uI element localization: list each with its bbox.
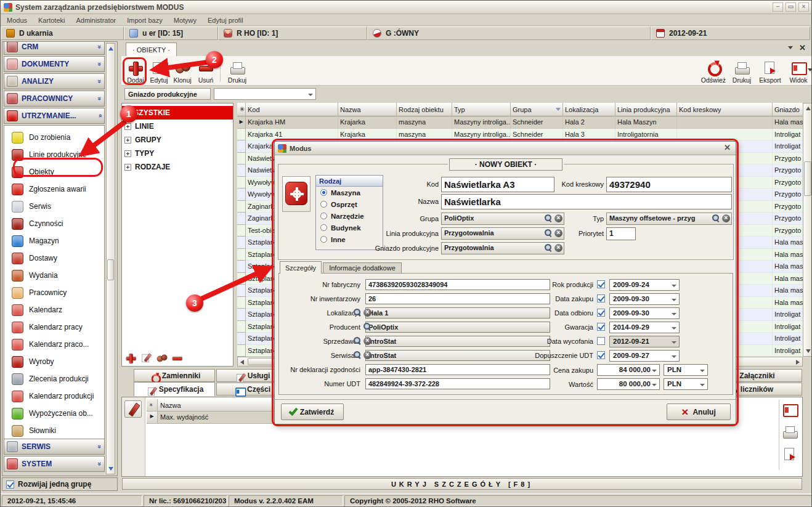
sidebar-item[interactable]: Serwis (4, 198, 104, 215)
toolbar-button[interactable]: Klonuj (171, 57, 194, 84)
zatwierdz-button[interactable]: Zatwierdź (281, 404, 344, 420)
sidebar-item[interactable]: Zlecenia produkcji (4, 370, 104, 387)
table-row[interactable]: Krajarka 41 Krajarka maszyna Maszyny int… (237, 129, 803, 141)
toolbar-button[interactable]: Usuń (194, 57, 217, 84)
sidebar-section-header[interactable]: ANALIZY » (4, 73, 105, 89)
toolbar-button[interactable]: Dodaj (124, 57, 147, 84)
combo-dropdown-icon[interactable] (672, 327, 676, 330)
hide-details-button[interactable]: UKRYJ SZCZEGÓŁY [F8] (122, 478, 802, 490)
tree-item[interactable]: RODZAJE (122, 160, 233, 174)
sidebar-item[interactable]: Obiekty (4, 163, 104, 180)
date-checkbox[interactable] (597, 351, 605, 359)
sidebar-section-header[interactable]: SYSTEM » (4, 456, 105, 472)
sidebar-item[interactable]: Wydania (4, 267, 104, 284)
rodzaj-radio-option[interactable]: Narzędzie (316, 210, 383, 222)
print-icon[interactable] (782, 424, 797, 440)
grid-column-header[interactable]: Linia produkcyjna (615, 103, 677, 116)
menu-item[interactable]: Modus (7, 17, 27, 24)
gniazdo-filter-combo[interactable] (214, 88, 316, 100)
currency-combo[interactable]: PLN (664, 378, 708, 390)
expand-icon[interactable] (124, 164, 131, 171)
rodzaj-radio-option[interactable]: Osprzęt (316, 198, 383, 210)
sidebar-section-header[interactable]: DOKUMENTY » (4, 56, 105, 72)
tab-zamienniki[interactable]: Zamienniki (134, 369, 215, 382)
tree-item[interactable]: GRUPY (122, 133, 233, 147)
scroll-up-icon[interactable] (108, 47, 113, 51)
sidebar-item[interactable]: Pracownicy (4, 284, 104, 301)
menu-item[interactable]: Motywy (174, 17, 197, 24)
edit-spec-button[interactable] (124, 400, 142, 418)
radio-icon[interactable] (320, 189, 327, 196)
currency-combo[interactable]: PLN (664, 364, 708, 376)
sidebar-item[interactable]: Kalendarz produkcji (4, 387, 104, 405)
grid-column-header[interactable]: Typ (452, 103, 511, 116)
close-button[interactable]: × (798, 2, 809, 12)
scroll-down-icon[interactable] (806, 349, 811, 353)
date-checkbox[interactable] (597, 309, 605, 317)
sidebar-item[interactable]: Zgłoszenia awarii (4, 180, 104, 198)
sidebar-section-header[interactable]: UTRZYMANIE... » (4, 108, 105, 124)
combo-dropdown-icon[interactable] (672, 313, 676, 315)
rodzaj-radio-option[interactable]: Maszyna (316, 187, 383, 198)
grid-column-header[interactable]: Rodzaj obiektu (397, 103, 452, 116)
tab-list-dropdown-icon[interactable] (788, 46, 793, 49)
dialog-close-icon[interactable]: ✕ (722, 143, 733, 153)
sidebar-item[interactable]: Kalendarz (4, 301, 104, 318)
sidebar-scrollbar[interactable] (106, 43, 115, 474)
delete-icon[interactable] (172, 352, 179, 359)
sidebar-item[interactable]: Linie produkcyjne (4, 146, 104, 163)
grid-column-header[interactable]: Lokalizacja (563, 103, 615, 116)
sidebar-item[interactable]: Wypożyczenia ob... (4, 405, 104, 422)
date-checkbox[interactable] (597, 323, 605, 331)
maximize-button[interactable]: ▭ (786, 2, 796, 12)
combo-dropdown-icon[interactable] (700, 370, 705, 372)
scroll-left-icon[interactable] (240, 360, 244, 365)
toolbar-button[interactable]: Odśwież (699, 57, 728, 84)
sidebar-item[interactable]: Do zrobienia (4, 129, 104, 146)
tree-item[interactable]: TYPY (122, 147, 233, 160)
tree-item[interactable]: WSZYSTKIE (122, 106, 233, 120)
radio-icon[interactable] (320, 213, 327, 219)
tab-close-icon[interactable]: ✕ (799, 44, 806, 52)
amount-combo[interactable]: 80 000,00 (597, 378, 660, 390)
scroll-right-icon[interactable] (796, 360, 800, 365)
sidebar-item[interactable]: Czynności (4, 215, 104, 232)
date-checkbox[interactable] (597, 280, 605, 288)
combo-dropdown-icon[interactable] (652, 370, 657, 372)
toolbar-button[interactable]: Drukuj (728, 57, 756, 84)
table-row[interactable]: ▶ Krajarka HM Krajarka maszyna Maszyny i… (237, 116, 803, 129)
date-checkbox[interactable] (597, 337, 605, 345)
date-combo[interactable]: 2012-09-21 (609, 336, 680, 347)
date-combo[interactable]: 2009-09-24 (609, 279, 680, 291)
clone-icon[interactable] (156, 352, 163, 359)
grid-column-header[interactable]: Gniazdo (773, 103, 803, 116)
sidebar-item[interactable]: Magazyn (4, 232, 104, 249)
date-combo[interactable]: 2009-09-30 (609, 307, 680, 319)
clear-icon[interactable] (722, 214, 730, 222)
sidebar-item[interactable]: Kalendarz praco... (4, 336, 104, 353)
combo-dropdown-icon[interactable] (652, 384, 657, 386)
sidebar-section-header[interactable]: PRACOWNICY » (4, 91, 105, 107)
scroll-up-icon[interactable] (806, 107, 811, 110)
date-combo[interactable]: 2009-09-30 (609, 293, 680, 305)
date-combo[interactable]: 2009-09-27 (609, 350, 680, 362)
expand-icon[interactable] (124, 123, 131, 130)
sidebar-item[interactable]: Słowniki (4, 422, 104, 439)
view-icon[interactable] (782, 402, 797, 418)
search-icon[interactable] (712, 214, 720, 222)
menu-item[interactable]: Import bazy (127, 17, 162, 24)
grid-column-header[interactable]: Kod kreskowy (677, 103, 773, 116)
search-icon[interactable] (545, 229, 553, 237)
sidebar-item[interactable]: Wyroby (4, 353, 104, 370)
combo-dropdown-icon[interactable] (308, 94, 313, 96)
combo-dropdown-icon[interactable] (672, 341, 676, 344)
combo-dropdown-icon[interactable] (672, 285, 676, 287)
tab-szczegoly[interactable]: Szczegóły (280, 261, 322, 274)
priorytet-field[interactable]: 1 (606, 227, 636, 240)
add-icon[interactable] (126, 352, 132, 359)
nazwa-field[interactable]: Naświetlarka (441, 194, 732, 209)
toolbar-button[interactable]: Eksport (756, 57, 784, 84)
date-combo[interactable]: 2014-09-29 (609, 322, 680, 333)
filter-funnel-icon[interactable] (556, 108, 561, 111)
tab-specyfikacja[interactable]: Specyfikacja (134, 382, 215, 396)
